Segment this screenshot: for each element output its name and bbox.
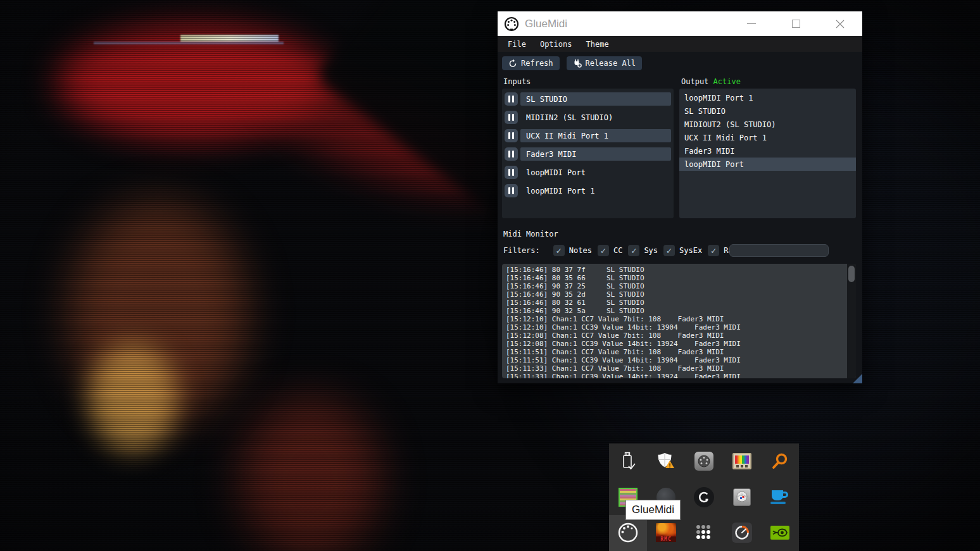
gluemidi-tray-icon	[617, 522, 639, 543]
log-line: [15:11:51] Chan:1 CC7 Value 7bit: 108 Fa…	[506, 348, 846, 356]
filters-row: Filters: ✓ Notes ✓ CC ✓ Sys ✓ SysEx ✓ Ra…	[503, 244, 738, 257]
output-heading: Output Active	[681, 77, 741, 86]
pause-button[interactable]	[505, 111, 518, 124]
pause-button[interactable]	[505, 129, 518, 142]
log-line: [15:16:46] 90 32 5a SL STUDIO	[506, 307, 846, 315]
output-row[interactable]: Fader3 MIDI	[679, 144, 856, 158]
monitor-filter-input[interactable]	[729, 244, 829, 257]
input-row[interactable]: loopMIDI Port	[505, 166, 671, 179]
log-line: [15:16:46] 80 32 61 SL STUDIO	[506, 299, 846, 307]
midi-knob-icon	[694, 452, 713, 471]
minimize-icon	[747, 23, 756, 24]
input-row[interactable]: MIDIIN2 (SL STUDIO)	[505, 111, 671, 124]
log-line: [15:12:08] Chan:1 CC7 Value 7bit: 108 Fa…	[506, 331, 846, 340]
input-port-label: loopMIDI Port 1	[520, 184, 671, 197]
output-row[interactable]: loopMIDI Port 1	[679, 91, 856, 104]
input-port-label: UCX II Midi Port 1	[520, 129, 671, 142]
tray-item-nvidia[interactable]	[761, 515, 799, 551]
release-all-button[interactable]: Release All	[567, 56, 642, 70]
filters-label: Filters:	[503, 246, 540, 255]
checkbox-checked-icon[interactable]: ✓	[553, 245, 565, 256]
checkbox-checked-icon[interactable]: ✓	[708, 245, 719, 256]
input-row[interactable]: Fader3 MIDI	[505, 147, 671, 161]
search-magnifier-icon	[771, 452, 789, 470]
refresh-label: Refresh	[521, 59, 553, 68]
log-line: [15:12:10] Chan:1 CC7 Value 7bit: 108 Fa…	[506, 315, 846, 323]
titlebar[interactable]: GlueMidi	[498, 11, 862, 36]
dots-grid-icon	[696, 525, 712, 540]
tray-item-coffee[interactable]	[761, 480, 799, 516]
log-line: [15:16:46] 80 37 7f SL STUDIO	[506, 266, 846, 274]
plug-release-icon	[573, 59, 582, 68]
pause-button[interactable]	[505, 92, 518, 106]
maximize-icon	[792, 20, 800, 28]
logitech-g-icon	[694, 487, 714, 507]
output-active-status: Active	[713, 77, 741, 86]
log-line: [15:11:33] Chan:1 CC39 Value 14bit: 1392…	[506, 373, 846, 378]
scrollbar-thumb[interactable]	[848, 266, 855, 282]
tray-item-media[interactable]	[723, 443, 761, 480]
tray-item-search[interactable]	[761, 443, 799, 480]
menubar: File Options Theme	[498, 36, 862, 52]
output-row-selected[interactable]: loopMIDI Port	[679, 158, 856, 171]
resize-grip[interactable]	[853, 374, 862, 383]
windows-defender-icon	[656, 452, 675, 471]
window-title: GlueMidi	[525, 18, 567, 30]
refresh-icon	[508, 59, 517, 68]
menu-file[interactable]: File	[502, 38, 532, 51]
output-row[interactable]: SL STUDIO	[679, 104, 856, 118]
input-port-label: SL STUDIO	[520, 92, 671, 106]
midi-monitor-log[interactable]: [15:16:46] 80 37 7f SL STUDIO [15:16:46]…	[502, 264, 856, 378]
log-line: [15:12:08] Chan:1 CC39 Value 14bit: 1392…	[506, 340, 846, 348]
log-line: [15:11:51] Chan:1 CC39 Value 14bit: 1390…	[506, 356, 846, 364]
tray-item-defender[interactable]	[647, 443, 685, 480]
gluemidi-app-icon	[504, 16, 519, 32]
log-line: [15:11:33] Chan:1 CC7 Value 7bit: 108 Fa…	[506, 364, 846, 373]
menu-options[interactable]: Options	[534, 38, 578, 51]
tray-item-flame[interactable]: RMC	[647, 515, 685, 551]
nvidia-icon	[770, 526, 789, 540]
input-row[interactable]: UCX II Midi Port 1	[505, 129, 671, 142]
tray-item-midi-knob[interactable]	[685, 443, 723, 480]
filter-sysex[interactable]: ✓ SysEx	[663, 245, 702, 256]
tray-item-gluemidi[interactable]	[609, 515, 647, 551]
log-line: [15:12:10] Chan:1 CC39 Value 14bit: 1390…	[506, 323, 846, 331]
checkbox-checked-icon[interactable]: ✓	[663, 245, 675, 256]
output-row[interactable]: UCX II Midi Port 1	[679, 131, 856, 144]
tray-item-sphere[interactable]	[723, 480, 761, 516]
checkbox-checked-icon[interactable]: ✓	[628, 245, 639, 256]
flame-icon-text: RMC	[656, 536, 676, 542]
toolbar: Refresh Release All	[502, 56, 642, 70]
tray-item-gauge[interactable]	[723, 515, 761, 551]
flame-icon: RMC	[656, 523, 676, 542]
gauge-icon	[732, 523, 752, 543]
filter-notes[interactable]: ✓ Notes	[553, 245, 592, 256]
checkbox-checked-icon[interactable]: ✓	[598, 245, 609, 256]
close-icon	[836, 20, 845, 28]
tray-item-logitech[interactable]	[685, 480, 723, 516]
release-all-label: Release All	[586, 59, 636, 68]
filter-cc[interactable]: ✓ CC	[598, 245, 622, 256]
gluemidi-window: GlueMidi File Options Theme Refresh	[498, 11, 862, 383]
input-row[interactable]: loopMIDI Port 1	[505, 184, 671, 197]
input-row[interactable]: SL STUDIO	[505, 92, 671, 106]
scrollbar[interactable]	[847, 264, 856, 378]
menu-theme[interactable]: Theme	[580, 38, 614, 51]
tray-tooltip: GlueMidi	[625, 500, 681, 520]
output-row[interactable]: MIDIOUT2 (SL STUDIO)	[679, 118, 856, 131]
pause-button[interactable]	[505, 147, 518, 161]
tray-item-dots-grid[interactable]	[685, 515, 723, 551]
tray-item-usb[interactable]	[609, 443, 647, 480]
inputs-list: SL STUDIO MIDIIN2 (SL STUDIO) UCX II Mid…	[502, 89, 674, 218]
refresh-button[interactable]: Refresh	[502, 56, 560, 70]
pause-button[interactable]	[505, 166, 518, 179]
filter-sys[interactable]: ✓ Sys	[628, 245, 658, 256]
minimize-button[interactable]	[729, 11, 774, 36]
close-button[interactable]	[818, 11, 862, 36]
log-line: [15:16:46] 80 35 66 SL STUDIO	[506, 274, 846, 282]
coffee-cup-icon	[770, 489, 789, 505]
maximize-button[interactable]	[774, 11, 818, 36]
log-line: [15:16:46] 90 37 25 SL STUDIO	[506, 282, 846, 290]
pause-button[interactable]	[505, 184, 518, 197]
system-tray-popup: RMC	[609, 443, 799, 551]
